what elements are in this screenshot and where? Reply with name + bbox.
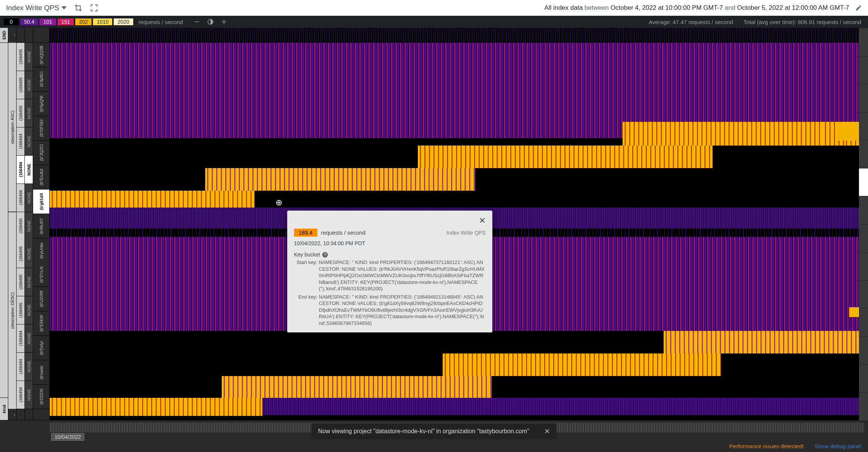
contrast-toggle-button[interactable] bbox=[207, 18, 214, 25]
legend-chip-1: 50.4 bbox=[20, 18, 38, 25]
metric-selector[interactable]: Index Write QPS bbox=[6, 4, 67, 12]
legend-chip-0: 0 bbox=[4, 18, 19, 25]
hm-tiny-orange-mid bbox=[849, 307, 859, 317]
legend-unit: requests / second bbox=[139, 19, 183, 25]
hm-top-sparse bbox=[50, 28, 859, 43]
hm-orange-l4 bbox=[50, 398, 262, 416]
hover-tooltip: ✕ 189.4 requests / second Index Write QP… bbox=[287, 211, 492, 332]
zoom-controls bbox=[193, 18, 227, 25]
sb-col-2: (166495 (166495 (166495 (166494 (166494 … bbox=[17, 28, 25, 420]
sb-col-4: (b"xQQ3B (b'3p9Ci (b'5pQNI (b"DFSEf (b"J… bbox=[33, 28, 50, 420]
legend-chip-2: 101 bbox=[40, 18, 56, 25]
sb-cell-end: END bbox=[0, 28, 8, 43]
tooltip-startkey-label: Start key: bbox=[294, 259, 317, 292]
sb-desc-desc: (description: DESC) bbox=[8, 212, 16, 409]
sb-desc-asc: (description: ASC) bbox=[8, 43, 16, 212]
tooltip-startkey-value: NAMESPACE: '' KIND: kind PROPERTIES: ('1… bbox=[319, 259, 486, 292]
svg-rect-3 bbox=[224, 20, 224, 24]
average-label: Average: 47.47 requests / second bbox=[649, 19, 733, 25]
key-sidebar[interactable]: END kind _ (description: ASC) (descripti… bbox=[0, 28, 50, 420]
hm-orange-l2 bbox=[443, 353, 721, 376]
legend-chip-6: 2020 bbox=[114, 18, 133, 25]
top-header: Index Write QPS All index data between O… bbox=[0, 0, 868, 16]
sb-col-0: END kind bbox=[0, 28, 8, 420]
svg-rect-0 bbox=[195, 21, 199, 22]
project-toast: Now viewing project "datastore-mode-kv-n… bbox=[311, 423, 557, 439]
performance-warning-link[interactable]: Performance issues detected! bbox=[729, 443, 804, 449]
crop-icon[interactable] bbox=[74, 4, 82, 12]
legend-chip-3: 151 bbox=[58, 18, 74, 25]
hm-orange-l3 bbox=[222, 376, 492, 398]
hm-orange-2 bbox=[418, 146, 713, 168]
header-left: Index Write QPS bbox=[6, 4, 98, 12]
total-label: Total (avg over time): 806.91 requests /… bbox=[743, 19, 861, 25]
tooltip-section-label: Key bucket bbox=[294, 252, 320, 258]
tooltip-close-button[interactable]: ✕ bbox=[479, 216, 486, 226]
sb-cell-kind: kind bbox=[0, 398, 8, 420]
tooltip-unit: requests / second bbox=[321, 229, 365, 236]
hm-orange-l1 bbox=[664, 331, 859, 353]
right-rail[interactable] bbox=[859, 28, 868, 420]
edit-icon[interactable] bbox=[855, 5, 862, 11]
tooltip-timestamp: 10/04/2022, 10:34:00 PM PDT bbox=[294, 240, 486, 246]
metric-title: Index Write QPS bbox=[6, 4, 59, 12]
footer-bar: Performance issues detected! Show debug … bbox=[0, 440, 868, 452]
timeline-date-chip[interactable]: 10/04/2022 bbox=[51, 433, 84, 441]
hm-orange-3 bbox=[205, 168, 475, 191]
crosshair-icon: ⊕ bbox=[276, 198, 282, 208]
sb-selected-row: (166494 bbox=[17, 156, 24, 184]
tooltip-endkey-label: End key: bbox=[294, 294, 317, 327]
show-debug-panel-link[interactable]: Show debug panel bbox=[815, 443, 861, 449]
legend-right: Average: 47.47 requests / second Total (… bbox=[649, 19, 864, 25]
legend-chip-4: 202 bbox=[75, 18, 91, 25]
sb-col-1: _ (description: ASC) (description: DESC)… bbox=[8, 28, 17, 420]
tooltip-endkey-value: NAMESPACE: '' KIND: kind PROPERTIES: ('1… bbox=[319, 294, 486, 327]
zoom-out-button[interactable] bbox=[193, 18, 200, 25]
hm-tiny-orange-right bbox=[836, 122, 859, 141]
hm-bottom-purple bbox=[262, 398, 859, 415]
zoom-in-button[interactable] bbox=[221, 18, 227, 25]
toast-close-button[interactable]: ✕ bbox=[544, 427, 550, 435]
header-right: All index data between October 4, 2022 a… bbox=[544, 4, 862, 12]
time-range-prefix: All index data bbox=[544, 4, 583, 11]
tooltip-value-badge: 189.4 bbox=[294, 229, 317, 237]
toast-message: Now viewing project "datastore-mode-kv-n… bbox=[318, 428, 529, 435]
legend-chip-5: 1010 bbox=[93, 18, 112, 25]
fullscreen-icon[interactable] bbox=[90, 4, 98, 12]
chevron-down-icon bbox=[61, 5, 67, 11]
rail-selected bbox=[859, 168, 868, 196]
help-icon[interactable]: ? bbox=[322, 252, 328, 258]
legend-bar: 0 50.4 101 151 202 1010 2020 requests / … bbox=[0, 16, 868, 28]
legend-left: 0 50.4 101 151 202 1010 2020 requests / … bbox=[4, 18, 227, 25]
tooltip-source: Index Write QPS bbox=[446, 230, 486, 236]
sb-col-3: NONE NONE NONE NONE NONE NONE NONE NONE … bbox=[25, 28, 33, 420]
